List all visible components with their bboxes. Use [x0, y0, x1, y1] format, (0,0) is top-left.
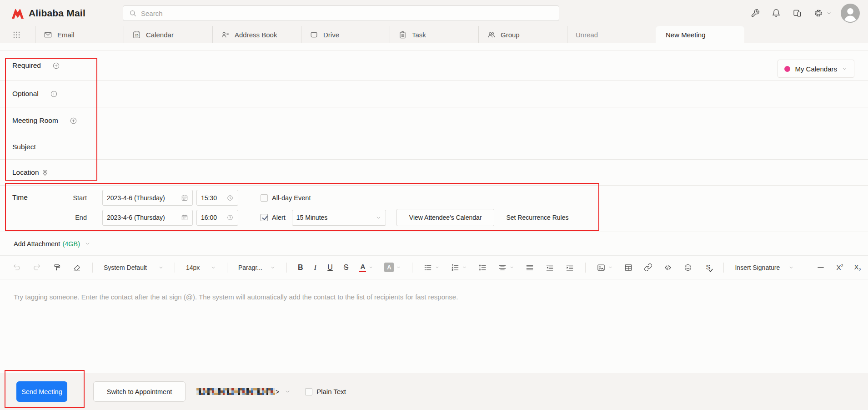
insert-link-icon[interactable]: [644, 263, 652, 272]
envelope-icon: [44, 30, 52, 39]
end-date-value: 2023-4-6 (Thursday): [107, 214, 165, 221]
all-day-checkbox[interactable]: [261, 194, 268, 202]
tab-email[interactable]: Email: [35, 26, 124, 43]
paragraph-style-select[interactable]: Paragr...: [238, 264, 276, 271]
switch-to-appointment-button[interactable]: Switch to Appointment: [93, 381, 186, 402]
location-field[interactable]: Location: [0, 160, 868, 186]
my-calendars-label: My Calendars: [795, 65, 837, 73]
start-label: Start: [60, 194, 87, 202]
tab-label: Group: [501, 31, 520, 39]
undo-icon[interactable]: [12, 263, 21, 272]
outdent-icon[interactable]: [545, 263, 554, 272]
clear-format-eraser-icon[interactable]: [72, 263, 81, 272]
tab-label: Unread: [576, 31, 598, 39]
meeting-room-field[interactable]: Meeting Room: [0, 107, 868, 134]
underline-button[interactable]: U: [327, 263, 333, 272]
send-meeting-button[interactable]: Send Meeting: [16, 381, 67, 402]
subject-field[interactable]: Subject: [0, 134, 868, 160]
line-height-icon[interactable]: [478, 263, 487, 272]
horizontal-rule-icon[interactable]: [816, 263, 825, 272]
search-input[interactable]: Search: [123, 5, 559, 21]
tab-address-book[interactable]: Address Book: [212, 26, 301, 43]
start-date-input[interactable]: 2023-4-6 (Thursday): [102, 190, 193, 206]
tab-calendar[interactable]: 25 Calendar: [124, 26, 212, 43]
tools-wrench-icon[interactable]: [751, 9, 760, 18]
start-date-value: 2023-4-6 (Thursday): [107, 194, 165, 202]
italic-button[interactable]: I: [314, 263, 317, 272]
subscript-button[interactable]: X2: [854, 263, 861, 272]
font-size-select[interactable]: 14px: [186, 264, 216, 271]
font-color-button[interactable]: A: [359, 263, 373, 272]
text-align-button[interactable]: [498, 263, 514, 272]
from-address-dropdown[interactable]: >: [196, 388, 291, 395]
image-icon: [597, 263, 606, 272]
start-time-value: 15:30: [201, 194, 217, 202]
set-recurrence-rules-button[interactable]: Set Recurrence Rules: [506, 214, 568, 221]
alert-checkbox[interactable]: [261, 214, 268, 221]
add-attachment-button[interactable]: Add Attachment (4GB): [0, 232, 868, 256]
app-grid-icon[interactable]: [12, 30, 21, 39]
insert-image-button[interactable]: [597, 263, 613, 272]
meeting-room-label: Meeting Room: [12, 116, 58, 125]
devices-icon[interactable]: [793, 8, 802, 18]
required-label: Required: [12, 61, 41, 70]
redo-icon[interactable]: [32, 263, 41, 272]
optional-label: Optional: [12, 90, 39, 98]
add-required-attendee-icon[interactable]: [52, 61, 60, 70]
tab-label: Drive: [323, 31, 339, 39]
emoji-icon[interactable]: [683, 263, 692, 272]
tab-drive[interactable]: Drive: [301, 26, 390, 43]
optional-attendees-field[interactable]: Optional: [0, 81, 868, 107]
tab-label: New Meeting: [666, 31, 706, 39]
compose-footer: Send Meeting Switch to Appointment > Pla…: [0, 373, 868, 410]
strikethrough-button[interactable]: S: [344, 263, 349, 272]
calendar-icon: 25: [132, 30, 141, 39]
tab-unread[interactable]: Unread: [567, 26, 656, 43]
top-bar: Alibaba Mail Search: [0, 0, 868, 26]
highlight-color-button[interactable]: A: [384, 263, 401, 272]
format-painter-icon[interactable]: [52, 263, 61, 272]
notifications-bell-icon[interactable]: [772, 9, 781, 18]
location-pin-icon[interactable]: [41, 168, 49, 177]
time-section: Time Start 2023-4-6 (Thursday) 15:30 All…: [0, 187, 868, 232]
add-meeting-room-icon[interactable]: [69, 116, 78, 125]
start-time-input[interactable]: 15:30: [196, 190, 238, 206]
justify-icon[interactable]: [525, 263, 534, 272]
editor-toolbar: System Default 14px Paragr... B I U S A …: [0, 256, 868, 279]
bold-button[interactable]: B: [298, 263, 303, 272]
all-day-label: All-day Event: [272, 194, 311, 202]
alert-interval-select[interactable]: 15 Minutes: [292, 210, 386, 226]
view-attendee-calendar-button[interactable]: View Attendee's Calendar: [396, 209, 495, 226]
clock-icon: [226, 214, 234, 221]
plain-text-checkbox[interactable]: [305, 388, 312, 395]
insert-table-icon[interactable]: [624, 263, 633, 272]
toolbar-divider: [92, 263, 93, 273]
tab-task[interactable]: Task: [390, 26, 478, 43]
settings-gear-icon[interactable]: [814, 9, 832, 18]
bullet-list-icon: [423, 263, 432, 272]
end-date-input[interactable]: 2023-4-6 (Thursday): [102, 210, 193, 226]
new-meeting-form: Required Optional Meeting Room Subject L…: [0, 43, 868, 373]
tab-group[interactable]: Group: [478, 26, 567, 43]
font-family-select[interactable]: System Default: [104, 264, 164, 271]
bullet-list-button[interactable]: [423, 263, 440, 272]
end-time-input[interactable]: 16:00: [196, 210, 238, 226]
insert-signature-select[interactable]: Insert Signature: [735, 264, 794, 271]
chevron-down-icon: [270, 265, 276, 270]
add-optional-attendee-icon[interactable]: [50, 90, 58, 98]
code-block-icon[interactable]: [663, 263, 672, 272]
subject-label: Subject: [12, 143, 36, 151]
tab-new-meeting[interactable]: New Meeting: [656, 26, 744, 43]
indent-icon[interactable]: [565, 263, 574, 272]
spell-check-icon[interactable]: S: [703, 263, 712, 272]
attachment-quota: (4GB): [62, 240, 80, 248]
chevron-down-icon: [85, 241, 90, 247]
my-calendars-dropdown[interactable]: My Calendars: [778, 60, 854, 78]
numbered-list-button[interactable]: [451, 263, 467, 272]
chevron-down-icon: [396, 265, 401, 270]
superscript-button[interactable]: X2: [836, 263, 843, 271]
brand: Alibaba Mail: [11, 0, 85, 26]
avatar[interactable]: [841, 4, 860, 23]
end-time-value: 16:00: [201, 214, 217, 221]
required-attendees-field[interactable]: Required: [0, 51, 868, 81]
